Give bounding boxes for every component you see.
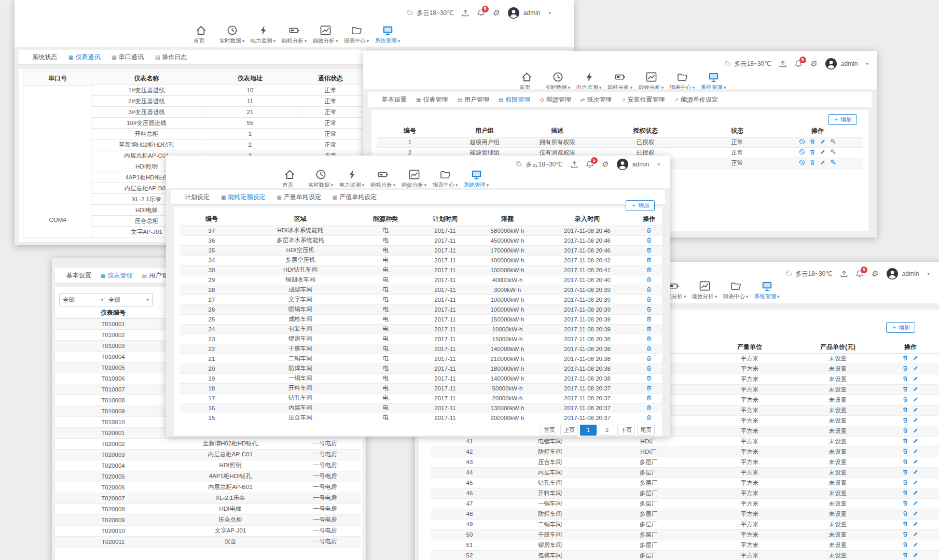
upload-icon[interactable] [461, 9, 470, 17]
ban-icon[interactable] [799, 149, 805, 155]
trash-icon[interactable] [809, 138, 816, 145]
tab[interactable]: ▦ 串口通讯 [112, 53, 143, 62]
notifications-button[interactable]: 5 [855, 270, 864, 278]
avatar[interactable] [508, 7, 519, 19]
trash-icon[interactable] [646, 276, 652, 283]
username[interactable]: admin [902, 270, 919, 277]
trash-icon[interactable] [902, 396, 908, 402]
nav-item[interactable]: 系统管理▾ [755, 281, 779, 300]
notifications-button[interactable]: 5 [794, 60, 803, 68]
pencil-icon[interactable] [913, 448, 919, 454]
trash-icon[interactable] [646, 404, 652, 411]
pencil-icon[interactable] [913, 521, 919, 527]
pencil-icon[interactable] [913, 417, 919, 423]
trash-icon[interactable] [809, 149, 816, 155]
nav-item[interactable]: 报表中心▾ [433, 169, 457, 189]
pencil-icon[interactable] [913, 469, 919, 475]
trash-icon[interactable] [646, 375, 652, 381]
trash-icon[interactable] [646, 326, 652, 332]
trash-icon[interactable] [902, 427, 908, 433]
page-button[interactable]: 2 [599, 425, 615, 436]
username[interactable]: admin [841, 60, 858, 67]
pencil-icon[interactable] [913, 489, 919, 496]
trash-icon[interactable] [646, 345, 652, 352]
nav-item[interactable]: 报表中心▾ [724, 281, 748, 300]
pencil-icon[interactable] [913, 386, 919, 392]
trash-icon[interactable] [646, 355, 652, 361]
trash-icon[interactable] [646, 296, 652, 302]
tab[interactable]: 基本设置 [380, 95, 407, 104]
nav-item[interactable]: 能耗分析▾ [371, 169, 395, 189]
key-icon[interactable] [830, 138, 836, 145]
trash-icon[interactable] [902, 438, 908, 444]
notifications-button[interactable]: 5 [586, 160, 594, 169]
nav-item[interactable]: 能耗分析▾ [282, 25, 306, 45]
nav-item[interactable]: 系统管理▾ [464, 169, 488, 189]
upload-icon[interactable] [840, 270, 848, 278]
trash-icon[interactable] [646, 267, 652, 273]
trash-icon[interactable] [646, 237, 652, 243]
key-icon[interactable] [830, 149, 836, 155]
tab[interactable]: ▤ 用户管理 [457, 95, 489, 104]
nav-item[interactable]: 首页▾ [189, 25, 213, 45]
nav-item[interactable]: 报表中心▾ [344, 25, 368, 45]
tab[interactable]: 基本设置 [64, 271, 91, 280]
nav-item[interactable]: 系统管理▾ [376, 25, 399, 45]
upload-icon[interactable] [779, 60, 787, 68]
pencil-icon[interactable] [820, 149, 826, 155]
username[interactable]: admin [523, 9, 541, 17]
trash-icon[interactable] [902, 510, 908, 516]
nav-item[interactable]: 电力监测▾ [340, 169, 364, 189]
trash-icon[interactable] [902, 469, 908, 475]
tab[interactable]: ↗ 安装位置管理 [621, 95, 665, 104]
trash-icon[interactable] [902, 365, 908, 371]
trash-icon[interactable] [902, 541, 908, 548]
trash-icon[interactable] [902, 500, 908, 506]
trash-icon[interactable] [646, 335, 652, 342]
page-button[interactable]: 下页 [617, 425, 635, 436]
trash-icon[interactable] [902, 417, 908, 423]
tab[interactable]: ↗ 能源单价设定 [674, 95, 718, 104]
nav-item[interactable]: 实时数据▾ [220, 25, 244, 45]
trash-icon[interactable] [809, 159, 816, 165]
trash-icon[interactable] [902, 531, 908, 537]
trash-icon[interactable] [646, 385, 652, 391]
nav-item[interactable]: 系统管理▾ [701, 72, 725, 91]
pencil-icon[interactable] [913, 510, 919, 516]
pencil-icon[interactable] [913, 500, 919, 506]
pencil-icon[interactable] [820, 159, 826, 165]
tab[interactable]: ▦ 仪表管理 [101, 271, 132, 280]
pencil-icon[interactable] [913, 427, 919, 433]
ban-icon[interactable] [799, 138, 805, 145]
page-button[interactable]: 上页 [560, 425, 578, 436]
pencil-icon[interactable] [913, 438, 919, 444]
nav-item[interactable]: 首页▾ [278, 169, 301, 189]
trash-icon[interactable] [902, 479, 908, 485]
gear-icon[interactable]: ⚙ [492, 9, 501, 17]
pencil-icon[interactable] [913, 531, 919, 537]
pencil-icon[interactable] [913, 407, 919, 413]
key-icon[interactable] [830, 159, 836, 165]
tab[interactable]: 系统状态 [30, 53, 57, 62]
nav-item[interactable]: 实时数据▾ [309, 169, 333, 189]
avatar[interactable] [825, 58, 837, 69]
tab[interactable]: ⊙ 能源管理 [540, 95, 571, 104]
trash-icon[interactable] [902, 458, 908, 465]
tab[interactable]: ▦ 仪表管理 [416, 95, 448, 104]
trash-icon[interactable] [646, 306, 652, 312]
tab[interactable]: 计划设定 [183, 193, 210, 202]
tab[interactable]: ▦ 能耗定额设定 [221, 193, 265, 202]
page-button[interactable]: 首页 [541, 425, 558, 436]
avatar[interactable] [617, 159, 628, 170]
upload-icon[interactable] [570, 160, 578, 169]
gear-icon[interactable]: ⚙ [871, 270, 879, 278]
trash-icon[interactable] [646, 316, 652, 322]
trash-icon[interactable] [646, 286, 652, 292]
trash-icon[interactable] [646, 247, 652, 253]
add-button[interactable]: ＋ 增加 [828, 114, 857, 125]
trash-icon[interactable] [646, 365, 652, 371]
nav-item[interactable]: 电力监测▾ [251, 25, 275, 45]
pencil-icon[interactable] [913, 355, 919, 361]
tab[interactable]: ▦ 产量单耗设定 [277, 193, 321, 202]
add-button[interactable]: ＋ 增加 [886, 322, 915, 333]
